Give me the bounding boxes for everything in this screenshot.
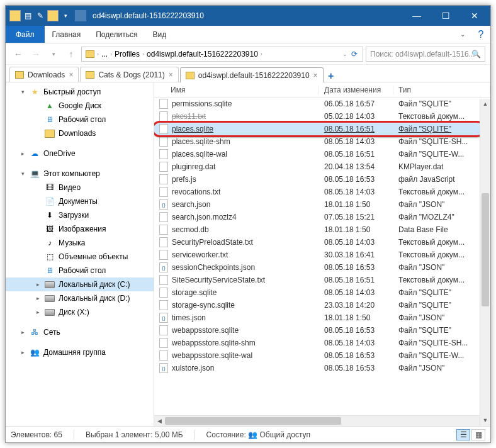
- maximize-button[interactable]: ☐: [431, 6, 460, 26]
- tree-node[interactable]: 🎞Видео: [6, 181, 154, 194]
- back-button[interactable]: ←: [11, 47, 26, 62]
- file-type: Data Base File: [393, 225, 490, 234]
- tree-node[interactable]: ▾★Быстрый доступ: [6, 85, 154, 99]
- qat-folder-icon[interactable]: [47, 10, 59, 21]
- tree-node[interactable]: ▸👥Домашняя группа: [6, 345, 154, 359]
- vertical-scrollbar[interactable]: ▲ ▼: [480, 99, 490, 426]
- file-row[interactable]: times.json18.01.18 1:50Файл "JSON": [154, 311, 490, 324]
- close-button[interactable]: ✕: [460, 6, 489, 26]
- horizontal-scrollbar[interactable]: ◀ ▶: [154, 415, 490, 426]
- desktop-icon: 🖥: [45, 266, 55, 275]
- ribbon-tab-share[interactable]: Поделиться: [88, 26, 145, 43]
- file-row[interactable]: pluginreg.dat20.04.18 13:54KMPlayer.dat: [154, 160, 490, 173]
- minimize-button[interactable]: —: [402, 6, 431, 26]
- qat-properties-icon[interactable]: ▤: [22, 10, 33, 21]
- tree-node[interactable]: ▸Локальный диск (D:): [6, 291, 154, 305]
- file-row[interactable]: search.json.mozlz407.05.18 15:21Файл "MO…: [154, 211, 490, 223]
- close-tab-icon[interactable]: ×: [169, 70, 173, 79]
- file-row[interactable]: storage-sync.sqlite23.03.18 14:20Файл "S…: [154, 299, 490, 311]
- breadcrumb-current[interactable]: od4iswpl.default-1516222203910: [144, 50, 261, 59]
- file-row[interactable]: xulstore.json08.05.18 16:53Файл "JSON": [154, 362, 490, 374]
- video-icon: 🎞: [45, 183, 55, 192]
- tree-twisty-icon[interactable]: ▸: [35, 281, 41, 288]
- file-row[interactable]: places.sqlite-wal08.05.18 16:51Файл "SQL…: [154, 148, 490, 160]
- file-icon: [159, 338, 168, 348]
- file-row[interactable]: search.json18.01.18 1:50Файл "JSON": [154, 198, 490, 211]
- ribbon-expand-icon[interactable]: ⌄: [454, 31, 471, 38]
- folder-tab[interactable]: od4iswpl.default-1516222203910×: [180, 67, 324, 82]
- file-row[interactable]: revocations.txt08.05.18 14:03Текстовый д…: [154, 186, 490, 198]
- address-bar[interactable]: › ... › Profiles › od4iswpl.default-1516…: [81, 47, 363, 62]
- tree-twisty-icon[interactable]: ▸: [20, 349, 26, 356]
- file-row[interactable]: pkcs11.txt05.02.18 14:03Текстовый докум.…: [154, 110, 490, 123]
- history-dropdown-icon[interactable]: ⌄: [342, 51, 347, 57]
- scroll-left-icon[interactable]: ◀: [154, 418, 165, 424]
- tree-twisty-icon[interactable]: ▸: [20, 329, 26, 335]
- new-tab-button[interactable]: +: [325, 70, 337, 82]
- tree-node[interactable]: 🖥Рабочий стол: [6, 113, 154, 126]
- search-input[interactable]: Поиск: od4iswpl.default-1516... 🔍: [366, 47, 485, 62]
- file-date: 18.01.18 1:50: [319, 225, 393, 234]
- scroll-thumb[interactable]: [482, 193, 489, 306]
- file-row[interactable]: webappsstore.sqlite-wal08.05.18 16:53Фай…: [154, 349, 490, 362]
- tree-twisty-icon[interactable]: ▸: [20, 150, 26, 157]
- tree-node[interactable]: ▸Диск (X:): [6, 305, 154, 319]
- tree-node[interactable]: ⬚Объемные объекты: [6, 250, 154, 264]
- column-name[interactable]: Имя: [154, 86, 319, 94]
- gdrive-icon: ▲: [45, 101, 55, 110]
- tree-node[interactable]: 🖥Рабочий стол: [6, 264, 154, 277]
- tree-node[interactable]: 🖼Изображения: [6, 222, 154, 236]
- file-name: search.json: [172, 200, 210, 209]
- refresh-icon[interactable]: ⟳: [347, 50, 361, 59]
- file-row[interactable]: storage.sqlite08.05.18 14:03Файл "SQLITE…: [154, 286, 490, 299]
- tree-node[interactable]: ⬇Загрузки: [6, 208, 154, 222]
- ribbon-tab-view[interactable]: Вид: [145, 26, 174, 43]
- column-type[interactable]: Тип: [393, 86, 490, 94]
- ribbon-file-tab[interactable]: Файл: [6, 26, 45, 43]
- folder-tab[interactable]: Downloads×: [9, 67, 79, 82]
- search-icon[interactable]: 🔍: [471, 50, 481, 59]
- view-details-icon[interactable]: ☰: [456, 429, 470, 440]
- ribbon-tab-home[interactable]: Главная: [45, 26, 89, 43]
- file-date: 08.05.18 16:53: [319, 364, 393, 372]
- tree-node[interactable]: 📄Документы: [6, 194, 154, 208]
- navigation-pane[interactable]: ▾★Быстрый доступ▲Google Диск🖥Рабочий сто…: [6, 82, 154, 426]
- file-row[interactable]: prefs.js08.05.18 16:53файл JavaScript: [154, 173, 490, 186]
- file-row[interactable]: webappsstore.sqlite08.05.18 16:53Файл "S…: [154, 324, 490, 337]
- tree-twisty-icon[interactable]: ▸: [35, 309, 41, 315]
- column-date[interactable]: Дата изменения: [319, 86, 393, 94]
- tree-node[interactable]: ▲Google Диск: [6, 99, 154, 113]
- close-tab-icon[interactable]: ×: [313, 71, 318, 80]
- file-row[interactable]: SecurityPreloadState.txt08.05.18 14:03Те…: [154, 236, 490, 249]
- folder-tab[interactable]: Cats & Dogs (2011)×: [80, 67, 178, 82]
- tree-node[interactable]: ▸🖧Сеть: [6, 325, 154, 339]
- tree-node[interactable]: ▸☁OneDrive: [6, 147, 154, 160]
- qat-customize-icon[interactable]: ▾: [60, 10, 71, 21]
- close-tab-icon[interactable]: ×: [69, 70, 73, 79]
- file-row[interactable]: permissions.sqlite06.05.18 16:57Файл "SQ…: [154, 98, 490, 110]
- file-row[interactable]: serviceworker.txt30.03.18 16:41Текстовый…: [154, 249, 490, 261]
- tree-twisty-icon[interactable]: ▾: [20, 171, 26, 177]
- file-row[interactable]: SiteSecurityServiceState.txt08.05.18 16:…: [154, 274, 490, 286]
- tree-twisty-icon[interactable]: ▾: [20, 89, 26, 95]
- file-row[interactable]: sessionCheckpoints.json08.05.18 16:53Фай…: [154, 261, 490, 274]
- forward-button[interactable]: →: [28, 47, 43, 62]
- breadcrumb-profiles[interactable]: Profiles: [112, 50, 142, 59]
- file-row[interactable]: places.sqlite-shm08.05.18 14:03Файл "SQL…: [154, 135, 490, 148]
- scroll-down-icon[interactable]: ▼: [480, 415, 490, 426]
- tree-twisty-icon[interactable]: ▸: [35, 295, 41, 301]
- file-row[interactable]: secmod.db18.01.18 1:50Data Base File: [154, 223, 490, 236]
- help-icon[interactable]: ?: [471, 29, 490, 40]
- tree-node[interactable]: ▾💻Этот компьютер: [6, 167, 154, 181]
- hscroll-thumb[interactable]: [165, 417, 341, 425]
- file-row[interactable]: webappsstore.sqlite-shm08.05.18 14:03Фай…: [154, 337, 490, 349]
- view-icons-icon[interactable]: ▦: [471, 429, 485, 440]
- scroll-up-icon[interactable]: ▲: [480, 99, 490, 109]
- tree-node[interactable]: Downloads: [6, 126, 154, 140]
- tree-node[interactable]: ♪Музыка: [6, 236, 154, 250]
- up-button[interactable]: ↑: [64, 47, 79, 62]
- tree-node[interactable]: ▸Локальный диск (C:): [6, 277, 154, 291]
- qat-newfolder-icon[interactable]: ✎: [35, 10, 46, 21]
- recent-locations-icon[interactable]: ▾: [46, 47, 61, 62]
- file-row[interactable]: places.sqlite08.05.18 16:51Файл "SQLITE": [154, 123, 490, 135]
